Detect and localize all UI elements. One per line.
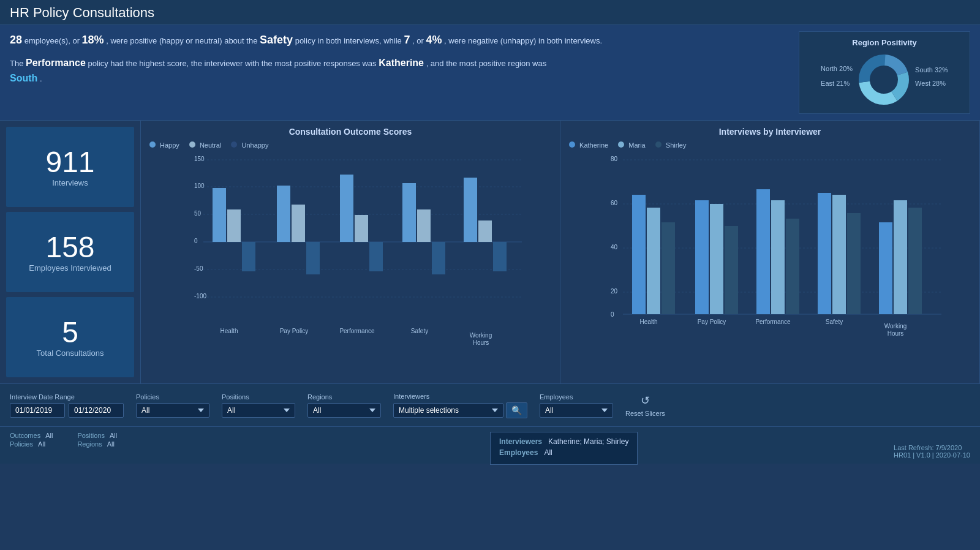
interviewer-chart-title: Interviews by Interviewer xyxy=(569,127,971,137)
summary-period: . xyxy=(40,74,42,83)
bar-pp-maria xyxy=(710,204,723,314)
summary-text-region: , and the most positive region was xyxy=(426,59,547,68)
bar-perf-shirley xyxy=(786,219,799,314)
footer-policies: Policies All xyxy=(10,440,53,448)
cat-performance: Performance xyxy=(339,328,375,334)
svg-text:150: 150 xyxy=(194,156,205,162)
footer-regions-value: All xyxy=(107,440,115,448)
legend-shirley-dot xyxy=(655,141,662,148)
cat-safety: Safety xyxy=(411,328,428,334)
consultation-chart-panel: Consultation Outcome Scores Happy Neutra… xyxy=(141,121,560,383)
main-content: 911 Interviews 158 Employees Interviewed… xyxy=(0,121,980,384)
reset-label: Reset Slicers xyxy=(625,410,665,417)
interviewer-chart-svg: 80 60 40 20 0 Health Pay Policy Perf xyxy=(569,153,971,348)
summary-text-highest: policy had the highest score, the interv… xyxy=(88,59,379,68)
legend-unhappy-dot xyxy=(231,141,237,148)
legend-happy-dot xyxy=(149,141,156,148)
kpi-interviews: 911 Interviews xyxy=(6,127,134,207)
filter-policies-select[interactable]: All xyxy=(136,403,209,418)
region-labels-left: North 20% East 21% xyxy=(821,65,853,94)
footer-outcomes-label: Outcomes xyxy=(10,432,40,439)
region-donut-chart xyxy=(856,52,911,107)
summary-text-employees: employee(s), or xyxy=(24,36,82,45)
filter-policies-label: Policies xyxy=(136,393,209,401)
summary-text: 28 employee(s), or 18% , were positive (… xyxy=(10,31,789,86)
cat2-workinghours: Working xyxy=(884,323,907,330)
filter-policies: Policies All xyxy=(136,393,209,418)
kpi-consultations: 5 Total Consultations xyxy=(6,297,134,377)
filter-date-start[interactable] xyxy=(10,403,65,418)
svg-text:50: 50 xyxy=(194,210,202,217)
footer-policies-label: Policies xyxy=(10,440,33,448)
cat2-health: Health xyxy=(640,318,658,325)
summary-num1: 28 xyxy=(10,34,22,46)
filter-positions: Positions All xyxy=(222,393,295,418)
summary-pct2: 4% xyxy=(426,34,442,46)
bar-performance-neutral xyxy=(355,215,368,242)
kpi-employees: 158 Employees Interviewed xyxy=(6,212,134,292)
legend-shirley-label: Shirley xyxy=(666,141,687,149)
cat2-safety: Safety xyxy=(826,318,843,325)
filter-regions-label: Regions xyxy=(307,393,381,401)
bar-paypolicy-happy xyxy=(277,186,290,242)
filter-interviewers-label: Interviewers xyxy=(393,393,527,400)
svg-text:-100: -100 xyxy=(194,293,206,299)
tooltip-interviewers-row: Interviewers Katherine; Maria; Shirley xyxy=(499,437,628,446)
legend-unhappy-label: Unhappy xyxy=(241,141,268,149)
reset-slicers-button[interactable]: ↺ Reset Slicers xyxy=(625,394,665,417)
filter-interviewers-search-btn[interactable]: 🔍 xyxy=(506,402,527,418)
bar-saf-shirley xyxy=(847,213,861,314)
bar-wh-shirley xyxy=(908,208,922,314)
filter-employees-select[interactable]: All xyxy=(540,403,613,418)
tooltip-interviewers-value: Katherine; Maria; Shirley xyxy=(548,437,628,446)
last-refresh-date: Last Refresh: 7/9/2020 xyxy=(894,444,962,451)
tooltip-interviewers-key: Interviewers xyxy=(499,437,542,446)
bar-performance-happy xyxy=(340,175,353,242)
svg-text:0: 0 xyxy=(194,238,198,244)
footer-regions: Regions All xyxy=(77,440,117,448)
legend-maria-dot xyxy=(618,141,624,148)
bar-h-shirley xyxy=(662,222,675,314)
svg-text:40: 40 xyxy=(611,244,618,251)
bar-health-neutral xyxy=(227,209,241,242)
filter-interviewers-select[interactable]: Multiple selections xyxy=(393,403,503,418)
bar-pp-shirley xyxy=(725,226,738,314)
region-west: West 28% xyxy=(915,80,948,87)
bar-health-unhappy xyxy=(242,242,255,271)
filter-positions-select[interactable]: All xyxy=(222,403,295,418)
bar-safety-unhappy xyxy=(432,242,445,274)
bar-h-maria xyxy=(647,208,660,314)
bar-performance-unhappy xyxy=(369,242,383,271)
reset-icon: ↺ xyxy=(641,394,650,407)
bar-pp-katherine xyxy=(695,200,709,314)
svg-text:20: 20 xyxy=(611,288,618,295)
footer-outcomes-value: All xyxy=(45,432,53,439)
svg-text:100: 100 xyxy=(194,183,205,189)
page-title: HR Policy Consultations xyxy=(10,5,970,21)
region-labels-right: South 32% West 28% xyxy=(915,66,948,93)
cat-workinghours: Working xyxy=(470,332,492,339)
cat-health: Health xyxy=(221,328,238,334)
filter-date-end[interactable] xyxy=(69,403,124,418)
kpi-interviews-number: 911 xyxy=(45,146,94,179)
cat2-paypolicy: Pay Policy xyxy=(698,318,726,325)
legend-happy: Happy xyxy=(149,141,179,149)
bar-perf-katherine xyxy=(756,189,770,314)
bar-safety-happy xyxy=(402,183,416,242)
footer-bar: Outcomes All Policies All Positions All … xyxy=(0,427,980,464)
region-positivity-panel: Region Positivity North 20% East 21% xyxy=(799,31,970,114)
consultation-chart-title: Consultation Outcome Scores xyxy=(149,127,551,137)
footer-meta-right: Positions All Regions All xyxy=(77,432,117,449)
filter-regions-select[interactable]: All xyxy=(307,403,381,418)
filter-positions-label: Positions xyxy=(222,393,295,401)
summary-num2: 7 xyxy=(404,34,410,46)
svg-text:-50: -50 xyxy=(194,265,203,272)
summary-interviewer: Katherine xyxy=(379,58,424,68)
summary-negative: , were negative (unhappy) in both interv… xyxy=(444,36,602,45)
last-refresh: Last Refresh: 7/9/2020 HR01 | V1.0 | 202… xyxy=(894,444,970,459)
interviewer-chart-panel: Interviews by Interviewer Katherine Mari… xyxy=(560,121,980,383)
legend-unhappy: Unhappy xyxy=(231,141,268,149)
filter-date-range: Interview Date Range xyxy=(10,393,124,418)
legend-maria-label: Maria xyxy=(628,141,646,149)
bar-paypolicy-unhappy xyxy=(306,242,320,274)
